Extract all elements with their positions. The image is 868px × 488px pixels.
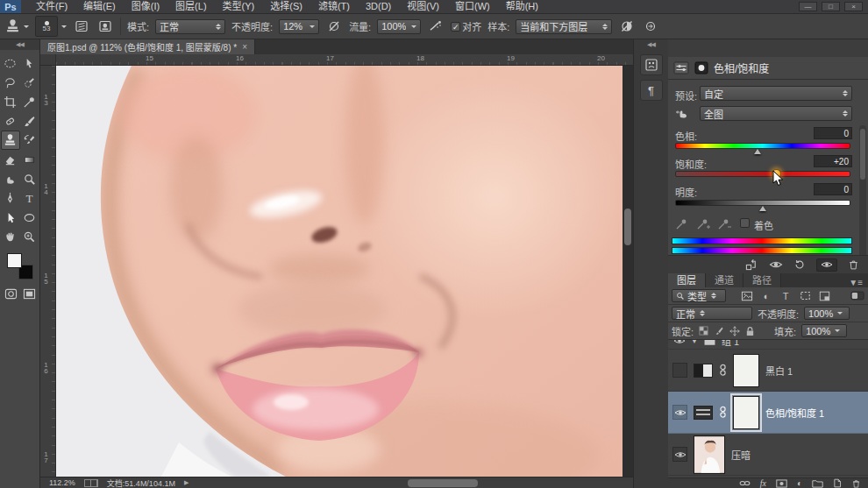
preset-select[interactable]: 自定 <box>700 86 852 101</box>
tab-layers[interactable]: 图层 <box>668 273 706 287</box>
fill-select[interactable]: 100% <box>801 324 847 337</box>
filter-type-layers-icon[interactable]: T <box>779 291 793 301</box>
path-select-tool[interactable] <box>1 208 20 227</box>
toolbar-collapse-icon[interactable]: ◀◀ <box>0 39 39 50</box>
layer-effects-icon[interactable]: fx <box>760 478 766 488</box>
horizontal-scrollbar-thumb[interactable] <box>408 479 478 487</box>
panel-menu-icon[interactable]: ▼≡ <box>849 278 863 287</box>
layer-row-yaan[interactable]: 压暗 <box>668 434 868 476</box>
lightness-value[interactable]: 0 <box>814 183 852 195</box>
layer-photo-thumbnail[interactable] <box>694 435 725 474</box>
menu-item-9[interactable]: 窗口(W) <box>447 0 498 13</box>
delete-adjustment-icon[interactable] <box>848 258 859 271</box>
foreground-color-swatch[interactable] <box>7 253 22 268</box>
lightness-slider-handle[interactable] <box>759 206 766 211</box>
opacity-select[interactable]: 12% <box>279 19 319 34</box>
align-option[interactable]: ✓ 对齐 <box>451 19 481 33</box>
filter-pixel-layers-icon[interactable] <box>740 291 754 301</box>
brush-preset-picker[interactable]: 53 <box>35 16 67 37</box>
dodge-tool[interactable] <box>20 169 39 188</box>
layer-name[interactable]: 色相/饱和度 1 <box>765 406 824 420</box>
link-layers-icon[interactable] <box>739 479 751 487</box>
menu-item-8[interactable]: 视图(V) <box>399 0 447 13</box>
group-expand-arrow[interactable]: ▼ <box>691 340 698 345</box>
saturation-slider[interactable] <box>675 171 850 177</box>
layer-mask-thumbnail[interactable] <box>733 354 759 387</box>
visibility-toggle[interactable] <box>672 405 687 420</box>
pen-tool[interactable] <box>1 188 20 208</box>
eyedropper-sample-icon[interactable] <box>675 216 689 230</box>
blackwhite-adjustment-thumbnail[interactable] <box>694 364 713 378</box>
tab-paths[interactable]: 路径 <box>743 273 781 287</box>
pressure-opacity-icon[interactable] <box>325 18 343 35</box>
lock-pixels-icon[interactable] <box>714 326 724 336</box>
zoom-tool[interactable] <box>20 227 39 246</box>
new-adjustment-layer-icon[interactable]: ◐ <box>797 478 802 488</box>
huesat-adjustment-thumbnail[interactable] <box>694 406 713 420</box>
align-checkbox[interactable]: ✓ <box>451 22 460 32</box>
layer-group-row[interactable]: ▼ 组 1 <box>668 340 868 350</box>
menu-item-6[interactable]: 滤镜(T) <box>310 0 358 13</box>
filter-shape-layers-icon[interactable] <box>798 291 812 301</box>
spot-healing-tool[interactable] <box>1 111 20 131</box>
sample-select[interactable]: 当前和下方图层 <box>516 19 612 34</box>
minimize-button[interactable]: — <box>799 2 817 11</box>
filter-toggle-switch[interactable] <box>850 291 864 301</box>
maximize-button[interactable]: □ <box>822 2 840 11</box>
toggle-clone-source-panel-button[interactable] <box>96 18 114 35</box>
visibility-toggle-empty[interactable] <box>672 363 687 378</box>
tool-preset-button[interactable] <box>5 19 29 34</box>
shape-tool[interactable] <box>20 208 39 227</box>
tab-channels[interactable]: 通道 <box>706 273 743 287</box>
lock-transparency-icon[interactable] <box>699 326 708 336</box>
crop-tool[interactable] <box>1 92 20 111</box>
type-tool[interactable]: T <box>20 188 39 208</box>
status-flyout-icon[interactable]: ▶ <box>184 479 189 486</box>
ignore-adjustment-layers-icon[interactable] <box>618 18 636 35</box>
menu-item-0[interactable]: 文件(F) <box>28 0 75 13</box>
close-button[interactable]: × <box>844 2 863 11</box>
tab-close-icon[interactable]: × <box>242 42 247 52</box>
gradient-tool[interactable] <box>20 150 39 169</box>
lock-position-icon[interactable] <box>729 326 740 336</box>
view-previous-state-icon[interactable] <box>769 258 783 271</box>
filter-smart-objects-icon[interactable] <box>817 291 831 301</box>
group-visibility-eye-icon[interactable] <box>673 340 686 345</box>
hand-tool[interactable] <box>1 227 20 246</box>
saturation-value[interactable]: +20 <box>814 155 852 167</box>
menu-item-4[interactable]: 类型(Y) <box>215 0 263 13</box>
menu-item-2[interactable]: 图像(I) <box>124 0 167 13</box>
dock-expand-icon[interactable]: ◀◀ <box>634 39 668 50</box>
move-tool[interactable] <box>20 53 39 73</box>
quick-mask-icon[interactable] <box>4 288 18 300</box>
mask-link-icon[interactable] <box>719 406 727 419</box>
mask-link-icon[interactable] <box>719 364 727 377</box>
toggle-brush-panel-button[interactable] <box>73 18 90 35</box>
add-mask-icon[interactable] <box>776 479 787 488</box>
menu-item-3[interactable]: 图层(L) <box>167 0 214 13</box>
hue-value[interactable]: 0 <box>814 127 852 139</box>
eyedropper-tool[interactable] <box>20 92 39 111</box>
eraser-tool[interactable] <box>1 150 20 169</box>
brush-tool[interactable] <box>20 111 39 131</box>
airbrush-icon[interactable] <box>427 18 445 35</box>
flow-select[interactable]: 100% <box>377 19 421 34</box>
zoom-level[interactable]: 112.2% <box>49 478 75 487</box>
toggle-visibility-well[interactable] <box>816 258 837 272</box>
vertical-scrollbar[interactable] <box>623 66 633 477</box>
layer-row-blackwhite[interactable]: 黑白 1 <box>668 350 868 392</box>
new-group-icon[interactable] <box>812 479 823 488</box>
targeted-adjustment-icon[interactable] <box>675 106 691 120</box>
layer-name[interactable]: 压暗 <box>731 448 751 462</box>
new-layer-icon[interactable] <box>833 478 842 488</box>
mode-select[interactable]: 正常 <box>155 19 225 34</box>
channel-select[interactable]: 全图 <box>700 106 852 121</box>
hue-slider-handle[interactable] <box>754 149 761 154</box>
filter-adjustment-layers-icon[interactable]: ◐ <box>759 291 773 301</box>
canvas[interactable] <box>56 66 623 477</box>
properties-scrollbar-thumb[interactable] <box>860 129 865 180</box>
visibility-toggle[interactable] <box>672 447 687 462</box>
layer-mask-thumbnail[interactable] <box>733 396 759 429</box>
layer-name[interactable]: 黑白 1 <box>765 364 793 378</box>
group-name[interactable]: 组 1 <box>722 340 739 348</box>
